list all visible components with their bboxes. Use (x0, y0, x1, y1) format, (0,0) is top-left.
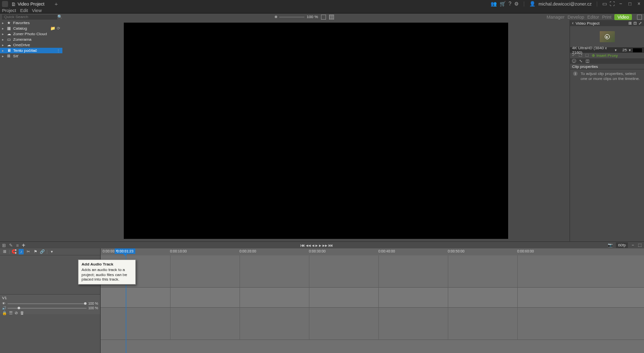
clear-playhead-icon[interactable]: × (116, 249, 118, 252)
search-icon[interactable]: 🔍 (57, 15, 62, 19)
sidebar-item-catalog[interactable]: ▸ ▦ Catalog 📁⟳ (0, 26, 62, 31)
cut-icon[interactable]: ✂ (26, 249, 31, 254)
tl-tool-icon[interactable]: ✎ (9, 243, 13, 248)
zoom-handle-icon[interactable] (275, 16, 277, 18)
mode-develop[interactable]: Develop (568, 15, 584, 20)
next-frame-icon[interactable]: ▸▸ (323, 243, 328, 248)
new-tab-button[interactable]: + (54, 1, 57, 7)
timeline-lane-v1[interactable] (101, 288, 644, 308)
step-fwd-icon[interactable]: ▸ (319, 243, 321, 248)
link-icon[interactable]: 🔗 (40, 249, 45, 254)
sidebar-item-onedrive[interactable]: ▸ ☁ OneDrive (0, 42, 62, 48)
timeline-lanes[interactable]: × 0:00:01:23 0:00:00:00 0:00:10:00 0:00:… (101, 248, 644, 353)
fullscreen-icon[interactable]: ⛶ (610, 1, 615, 7)
color-swatch[interactable] (633, 48, 642, 52)
volume-icon[interactable]: 🔊 (2, 306, 6, 310)
fps-value[interactable]: 25 (619, 48, 627, 52)
fps-display[interactable]: 60fp (616, 242, 628, 248)
menu-view[interactable]: View (32, 8, 42, 13)
mode-video[interactable]: Video (614, 14, 632, 20)
toolbar: 🔍 100 % Manager Develop Editor Print Vid… (0, 14, 644, 20)
panel-icon-3[interactable]: ⤢ (638, 21, 642, 26)
external-icon[interactable] (637, 15, 642, 20)
sidebar-item-cloud[interactable]: ▸ ☁ Zoner Photo Cloud (0, 31, 62, 37)
mode-print[interactable]: Print (602, 15, 612, 20)
maximize-button[interactable]: □ (627, 1, 633, 7)
sidebar-item-network[interactable]: ▸ ⊞ Síť (0, 53, 62, 59)
help-icon[interactable]: ? (509, 1, 512, 7)
magnet-icon[interactable]: 🧲 (12, 249, 17, 254)
menu-project[interactable]: Project (2, 8, 16, 13)
prev-frame-icon[interactable]: ◂◂ (306, 243, 311, 248)
insert-proxy-button[interactable]: ⊕ Insert Proxy (592, 53, 618, 58)
checkbox-icon[interactable]: ☐ (579, 53, 582, 58)
proxy-row: ↶ ☐ ☐ ⊕ Insert Proxy (570, 53, 644, 58)
tl-tool-icon[interactable]: ⊞ (2, 243, 6, 248)
cart-icon[interactable]: 🛒 (500, 1, 506, 7)
minimize-panel-icon[interactable]: − (631, 243, 635, 247)
mode-manager[interactable]: Manager (547, 15, 565, 20)
playhead[interactable]: × 0:00:01:23 (115, 248, 135, 254)
menu-edit[interactable]: Edit (20, 8, 28, 13)
sidebar-item-favorites[interactable]: ▸ ★ Favorites (0, 20, 62, 26)
project-thumbnail-area: ▶ (570, 26, 644, 47)
back-icon[interactable]: ‹ (572, 21, 574, 26)
sidebar-item-zonerama[interactable]: ▸ ▭ Zonerama (0, 37, 62, 42)
marker-icon[interactable]: ⚑ (33, 249, 38, 254)
timeline-lane[interactable] (101, 255, 644, 288)
goto-start-icon[interactable]: ⏮ (300, 243, 305, 248)
view-grid-icon[interactable] (329, 15, 334, 20)
chevron-right-icon: ▸ (2, 43, 5, 47)
time-ruler[interactable]: × 0:00:01:23 0:00:00:00 0:00:10:00 0:00:… (101, 248, 644, 255)
panel-icon-2[interactable]: ⊡ (633, 21, 637, 26)
folder-icon[interactable]: 📁 (50, 26, 55, 31)
play-icon[interactable]: ▸ (315, 243, 318, 248)
tab-transform-icon[interactable]: ⤡ (579, 59, 583, 63)
mode-switcher: Manager Develop Editor Print Video (547, 14, 642, 20)
chevron-down-icon[interactable]: ▾ (629, 48, 631, 52)
mode-editor[interactable]: Editor (587, 15, 599, 20)
view-single-icon[interactable] (321, 15, 326, 20)
more-icon[interactable]: ⋮ (56, 48, 60, 53)
sidebar-item-label: Tento počítač (13, 48, 37, 53)
settings-icon[interactable]: ⚙ (514, 1, 519, 7)
notification-icon[interactable]: 👥 (491, 1, 497, 7)
opacity-value: 100 % (88, 302, 98, 305)
step-back-icon[interactable]: ◂ (312, 243, 314, 248)
sidebar-item-label: Síť (13, 54, 19, 58)
opacity-slider[interactable] (8, 303, 87, 304)
search-input[interactable] (2, 15, 57, 20)
project-thumbnail[interactable]: ▶ (600, 31, 615, 42)
goto-end-icon[interactable]: ⏭ (329, 243, 333, 248)
clip-info-text: To adjust clip properties, select one or… (581, 71, 641, 82)
minimize-button[interactable]: − (618, 1, 624, 7)
snap-icon[interactable]: ⊞ (2, 249, 7, 254)
snapshot-icon[interactable]: 📷 (608, 243, 613, 247)
eye-icon[interactable]: 👁 (2, 302, 6, 305)
ruler-tick: 0:00:30:00 (309, 249, 326, 253)
add-audio-track-button[interactable]: ♪ (19, 249, 24, 254)
undo-icon[interactable]: ↶ (572, 53, 576, 58)
tab-info-icon[interactable]: ⓘ (572, 58, 576, 64)
layout-icon[interactable]: ▭ (602, 1, 607, 7)
zoom-control[interactable]: 100 % (275, 15, 334, 20)
tl-tool-icon[interactable]: ≡ (16, 243, 19, 248)
track-v1-header[interactable]: V1 👁 100 % 🔊 100 % 🔒 ☰ ⊘ 🗑 (0, 294, 100, 314)
close-button[interactable]: × (636, 1, 642, 7)
user-email[interactable]: michal.dewicoci@zoner.cz (538, 2, 592, 7)
chevron-down-icon[interactable]: ▾ (615, 48, 617, 52)
maximize-panel-icon[interactable]: ⬚ (638, 243, 642, 247)
sidebar-item-computer[interactable]: ▸ 🖥 Tento počítač ⋮ (0, 48, 62, 53)
computer-icon: 🖥 (7, 48, 11, 53)
timeline-header: ⊞ ✎ ≡ + ⏮ ◂◂ ◂ ▸ ▸ ▸▸ ⏭ 📷 60fp − ⬚ (0, 241, 644, 248)
add-track-button[interactable]: + (22, 242, 25, 249)
video-canvas[interactable] (124, 23, 508, 239)
timeline-lane[interactable] (101, 308, 644, 340)
chevron-down-icon[interactable]: ▾ (49, 249, 54, 254)
refresh-icon[interactable]: ⟳ (57, 26, 60, 31)
panel-icon-1[interactable]: ⊞ (628, 21, 632, 26)
zoom-slider[interactable] (279, 17, 304, 18)
checkbox-icon[interactable]: ☐ (585, 53, 589, 58)
volume-slider[interactable] (8, 308, 87, 309)
tab-crop-icon[interactable]: ◫ (586, 59, 590, 63)
